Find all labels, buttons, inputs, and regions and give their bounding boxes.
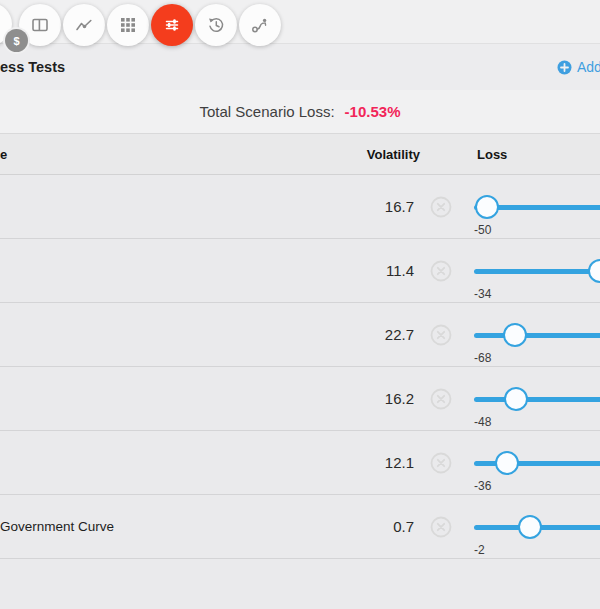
- toolbar: $: [0, 0, 600, 43]
- header-band: ess Tests Add: [0, 43, 600, 90]
- table-row: 22.7 -68: [0, 303, 600, 367]
- slider-value-label: -50: [474, 223, 491, 237]
- table-row: Government Curve 0.7 -2: [0, 495, 600, 559]
- grid-icon: [120, 17, 136, 33]
- columns-icon: [31, 16, 49, 34]
- loss-slider[interactable]: -48: [474, 387, 600, 413]
- toolbar-button-chart[interactable]: [63, 4, 105, 46]
- sliders-icon: [163, 16, 181, 34]
- table-row: 16.2 -48: [0, 367, 600, 431]
- volatility-value: 12.1: [330, 431, 414, 494]
- remove-icon[interactable]: [430, 388, 452, 410]
- total-loss-label: Total Scenario Loss:: [200, 103, 335, 120]
- add-button[interactable]: Add: [557, 44, 600, 90]
- loss-slider[interactable]: -2: [474, 515, 600, 541]
- volatility-value: 0.7: [330, 495, 414, 558]
- footer-band: [0, 559, 600, 609]
- volatility-value: 22.7: [330, 303, 414, 366]
- slider-track[interactable]: [474, 269, 600, 274]
- table-row: 11.4 -34: [0, 239, 600, 303]
- loss-slider[interactable]: -68: [474, 323, 600, 349]
- scenario-name: Government Curve: [0, 495, 114, 558]
- loss-slider[interactable]: -34: [474, 259, 600, 285]
- slider-thumb[interactable]: [504, 387, 528, 411]
- slider-value-label: -2: [474, 543, 485, 557]
- plus-circle-icon: [557, 60, 572, 75]
- total-loss-value: -10.53%: [345, 103, 401, 120]
- loss-slider[interactable]: -50: [474, 195, 600, 221]
- slider-thumb[interactable]: [503, 323, 527, 347]
- table-row: 12.1 -36: [0, 431, 600, 495]
- column-header-volatility: Volatility: [330, 134, 420, 174]
- slider-track[interactable]: [474, 461, 600, 466]
- volatility-value: 11.4: [330, 239, 414, 302]
- slider-thumb[interactable]: [518, 515, 542, 539]
- history-icon: [207, 16, 225, 34]
- page-title: ess Tests: [0, 44, 65, 90]
- slider-value-label: -36: [474, 479, 491, 493]
- currency-badge-label: $: [13, 35, 19, 47]
- currency-badge: $: [5, 29, 28, 52]
- toolbar-button-route[interactable]: [239, 4, 281, 46]
- summary-band: Total Scenario Loss: -10.53%: [0, 90, 600, 133]
- slider-track[interactable]: [474, 397, 600, 402]
- remove-icon[interactable]: [430, 260, 452, 282]
- scenario-rows: 16.7 -50 11.4 -34 22.7 -68: [0, 175, 600, 559]
- table-header: e Volatility Loss: [0, 133, 600, 175]
- toolbar-button-grid[interactable]: [107, 4, 149, 46]
- toolbar-button-stress-sliders[interactable]: [151, 4, 193, 46]
- toolbar-button-history[interactable]: [195, 4, 237, 46]
- remove-icon[interactable]: [430, 516, 452, 538]
- remove-icon[interactable]: [430, 324, 452, 346]
- slider-track[interactable]: [474, 333, 600, 338]
- line-chart-icon: [75, 16, 93, 34]
- remove-icon[interactable]: [430, 196, 452, 218]
- loss-slider[interactable]: -36: [474, 451, 600, 477]
- slider-thumb[interactable]: [588, 259, 600, 283]
- route-icon: [251, 16, 269, 34]
- column-header-loss: Loss: [477, 134, 507, 174]
- table-row: 16.7 -50: [0, 175, 600, 239]
- slider-value-label: -68: [474, 351, 491, 365]
- slider-value-label: -34: [474, 287, 491, 301]
- volatility-value: 16.2: [330, 367, 414, 430]
- slider-value-label: -48: [474, 415, 491, 429]
- slider-thumb[interactable]: [495, 451, 519, 475]
- slider-thumb[interactable]: [475, 195, 499, 219]
- add-button-label: Add: [577, 59, 600, 75]
- remove-icon[interactable]: [430, 452, 452, 474]
- column-header-name: e: [0, 134, 7, 174]
- volatility-value: 16.7: [330, 175, 414, 238]
